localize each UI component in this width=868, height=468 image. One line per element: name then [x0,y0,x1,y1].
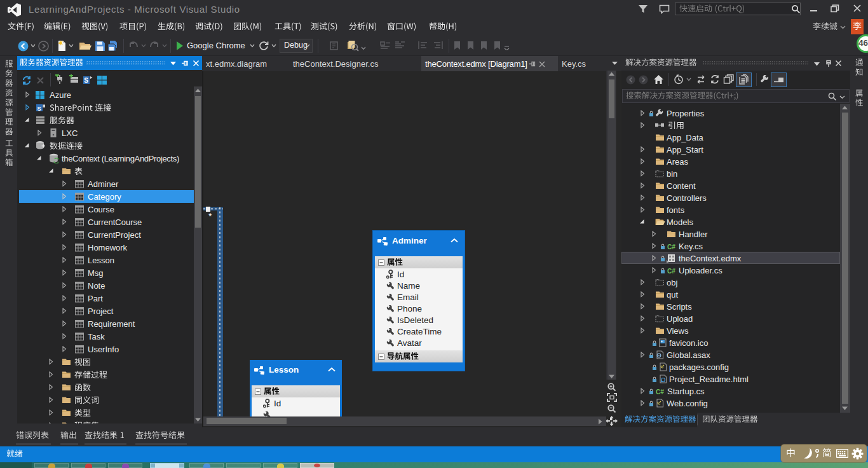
svg-text:C#: C# [667,244,675,251]
svg-text:C#: C# [656,389,664,396]
svg-text:S: S [84,77,88,84]
svg-text:S: S [37,105,41,112]
svg-text:C#: C# [667,268,675,275]
